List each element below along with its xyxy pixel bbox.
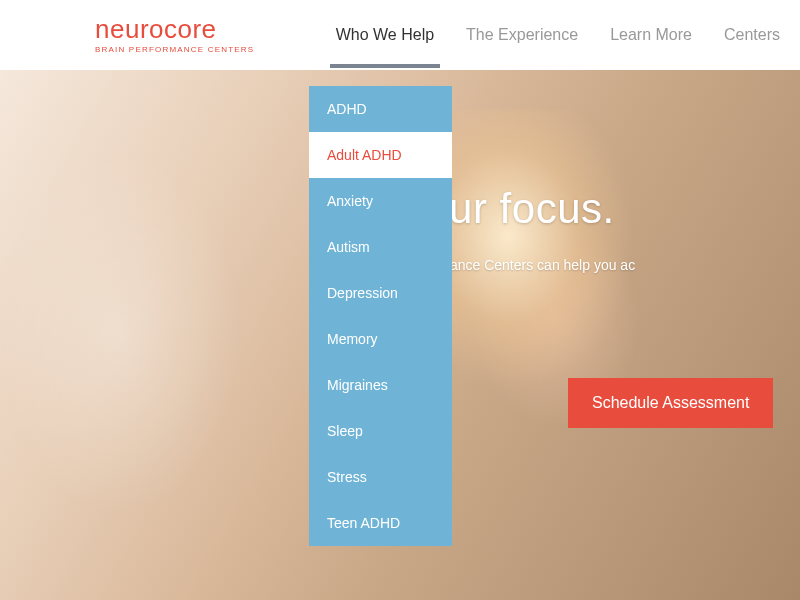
nav-item-learn-more[interactable]: Learn More: [610, 2, 692, 68]
dropdown-item-memory[interactable]: Memory: [309, 316, 452, 362]
dropdown-item-adhd[interactable]: ADHD: [309, 86, 452, 132]
dropdown-item-autism[interactable]: Autism: [309, 224, 452, 270]
dropdown-item-teen-adhd[interactable]: Teen ADHD: [309, 500, 452, 546]
nav-item-who-we-help[interactable]: Who We Help: [336, 2, 434, 68]
dropdown-item-sleep[interactable]: Sleep: [309, 408, 452, 454]
dropdown-item-anxiety[interactable]: Anxiety: [309, 178, 452, 224]
logo[interactable]: neurocore BRAIN PERFORMANCE CENTERS: [95, 16, 254, 54]
logo-tagline: BRAIN PERFORMANCE CENTERS: [95, 45, 254, 54]
nav-item-experience[interactable]: The Experience: [466, 2, 578, 68]
dropdown-item-adult-adhd[interactable]: Adult ADHD: [309, 132, 452, 178]
main-nav: Who We Help The Experience Learn More Ce…: [336, 2, 780, 68]
schedule-assessment-button[interactable]: Schedule Assessment: [568, 378, 773, 428]
nav-item-centers[interactable]: Centers: [724, 2, 780, 68]
dropdown-item-depression[interactable]: Depression: [309, 270, 452, 316]
dropdown-item-stress[interactable]: Stress: [309, 454, 452, 500]
dropdown-item-migraines[interactable]: Migraines: [309, 362, 452, 408]
who-we-help-dropdown: ADHD Adult ADHD Anxiety Autism Depressio…: [309, 86, 452, 546]
header: neurocore BRAIN PERFORMANCE CENTERS Who …: [0, 0, 800, 70]
logo-text: neurocore: [95, 16, 254, 42]
